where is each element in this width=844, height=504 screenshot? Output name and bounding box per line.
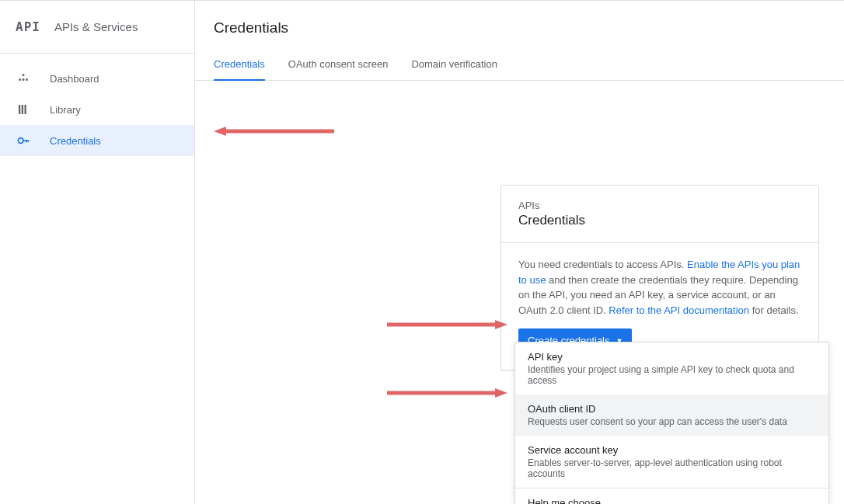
dropdown-option-service-account-key[interactable]: Service account key Enables server-to-se… (515, 436, 828, 488)
sidebar-title: APIs & Services (54, 20, 138, 33)
dropdown-option-oauth-client-id[interactable]: OAuth client ID Requests user consent so… (515, 395, 828, 436)
dropdown-option-api-key[interactable]: API key Identifies your project using a … (515, 342, 828, 395)
link-api-docs[interactable]: Refer to the API documentation (609, 304, 749, 316)
svg-point-2 (26, 78, 28, 81)
svg-rect-6 (25, 105, 26, 114)
key-icon (16, 133, 31, 148)
sidebar-nav: Dashboard Library Credentials (0, 54, 194, 165)
tab-credentials[interactable]: Credentials (214, 50, 265, 81)
sidebar-item-label: Dashboard (50, 73, 99, 85)
svg-point-7 (18, 138, 23, 144)
svg-marker-14 (495, 320, 507, 329)
option-title: Service account key (528, 444, 816, 456)
card-text: for details. (749, 304, 799, 316)
annotation-arrow (214, 125, 334, 133)
sidebar-item-label: Credentials (50, 135, 101, 147)
dashboard-icon (16, 71, 31, 86)
sidebar-item-label: Library (50, 104, 81, 116)
option-desc: Requests user consent so your app can ac… (528, 416, 816, 427)
sidebar-header: API APIs & Services (0, 1, 194, 54)
card-text: You need credentials to access APIs. (518, 259, 687, 270)
tab-oauth-consent[interactable]: OAuth consent screen (288, 50, 389, 81)
option-desc: Identifies your project using a simple A… (528, 364, 816, 386)
library-icon (16, 102, 31, 117)
svg-marker-16 (495, 388, 507, 398)
dropdown-option-help-me-choose[interactable]: Help me choose Asks a few questions to h… (515, 488, 828, 504)
create-credentials-dropdown: API key Identifies your project using a … (514, 342, 829, 504)
sidebar: API APIs & Services Dashboard Library (0, 1, 195, 504)
card-header: APIs Credentials (501, 186, 818, 243)
svg-rect-5 (22, 105, 23, 114)
option-desc: Enables server-to-server, app-level auth… (528, 457, 816, 479)
svg-rect-4 (19, 105, 20, 114)
svg-marker-12 (214, 127, 226, 136)
option-title: API key (528, 351, 816, 363)
svg-point-0 (23, 74, 25, 76)
sidebar-item-dashboard[interactable]: Dashboard (0, 63, 194, 94)
card-overline: APIs (518, 200, 801, 211)
card-title: Credentials (518, 213, 801, 228)
option-title: OAuth client ID (528, 403, 816, 415)
sidebar-item-library[interactable]: Library (0, 94, 194, 125)
annotation-arrow (387, 387, 507, 395)
sidebar-item-credentials[interactable]: Credentials (0, 125, 194, 156)
page-header: Credentials (195, 1, 844, 50)
option-title: Help me choose (528, 497, 816, 504)
api-logo: API (16, 19, 40, 34)
tab-domain-verification[interactable]: Domain verification (411, 50, 497, 81)
svg-point-3 (23, 78, 25, 81)
page-title: Credentials (214, 19, 825, 36)
tabs: Credentials OAuth consent screen Domain … (195, 50, 844, 81)
svg-point-1 (19, 78, 21, 81)
annotation-arrow (387, 318, 507, 326)
